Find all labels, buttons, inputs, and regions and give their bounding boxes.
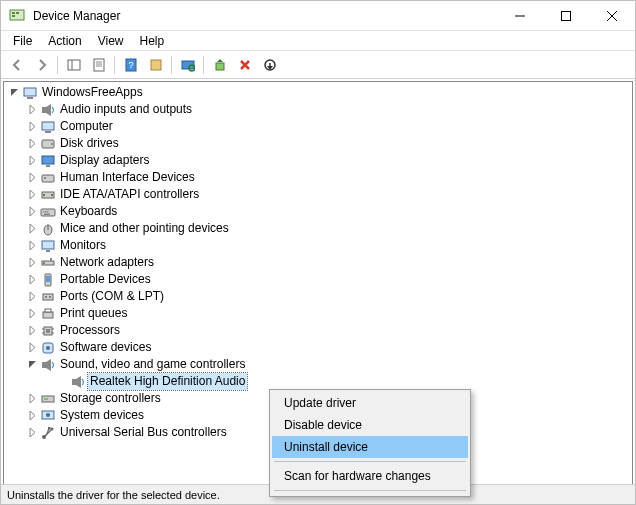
svg-rect-22 (24, 88, 36, 96)
tree-category-label: Audio inputs and outputs (60, 101, 192, 118)
minimize-button[interactable] (497, 1, 543, 30)
expand-icon[interactable] (26, 138, 38, 150)
scan-hardware-button[interactable] (176, 54, 199, 76)
tree-category[interactable]: Portable Devices (4, 271, 632, 288)
svg-point-52 (45, 296, 47, 298)
context-menu-item[interactable]: Disable device (272, 414, 468, 436)
tree-category[interactable]: IDE ATA/ATAPI controllers (4, 186, 632, 203)
ide-icon (40, 187, 56, 203)
tree-category[interactable]: Sound, video and game controllers (4, 356, 632, 373)
tree-category[interactable]: Keyboards (4, 203, 632, 220)
tree-category[interactable]: Computer (4, 118, 632, 135)
svg-rect-66 (72, 379, 76, 385)
toolbar-separator (57, 56, 58, 74)
svg-rect-55 (45, 309, 51, 312)
show-hide-tree-button[interactable] (62, 54, 85, 76)
expand-icon[interactable] (26, 410, 38, 422)
tree-category-label: Monitors (60, 237, 106, 254)
tree-category[interactable]: Ports (COM & LPT) (4, 288, 632, 305)
expand-icon[interactable] (26, 342, 38, 354)
tree-device[interactable]: Realtek High Definition Audio (4, 373, 632, 390)
svg-rect-31 (46, 165, 50, 167)
svg-marker-65 (46, 359, 51, 371)
disk-icon (40, 136, 56, 152)
menu-file[interactable]: File (5, 32, 40, 50)
expand-icon[interactable] (26, 155, 38, 167)
tree-category-label: Network adapters (60, 254, 154, 271)
collapse-icon[interactable] (8, 87, 20, 99)
back-button[interactable] (5, 54, 28, 76)
toolbar-separator (171, 56, 172, 74)
network-icon (40, 255, 56, 271)
menu-view[interactable]: View (90, 32, 132, 50)
tree-category-label: Ports (COM & LPT) (60, 288, 164, 305)
action-button[interactable] (144, 54, 167, 76)
uninstall-button[interactable] (233, 54, 256, 76)
expand-icon[interactable] (26, 257, 38, 269)
expand-icon[interactable] (26, 223, 38, 235)
tree-category[interactable]: Mice and other pointing devices (4, 220, 632, 237)
svg-rect-38 (43, 211, 45, 213)
port-icon (40, 289, 56, 305)
tree-category[interactable]: Software devices (4, 339, 632, 356)
expand-icon[interactable] (26, 393, 38, 405)
tree-category[interactable]: Audio inputs and outputs (4, 101, 632, 118)
maximize-button[interactable] (543, 1, 589, 30)
storage-icon (40, 391, 56, 407)
svg-rect-48 (50, 258, 52, 261)
tree-category[interactable]: Print queues (4, 305, 632, 322)
software-icon (40, 340, 56, 356)
expand-icon[interactable] (26, 308, 38, 320)
svg-point-71 (46, 413, 50, 417)
update-driver-button[interactable] (208, 54, 231, 76)
menu-help[interactable]: Help (132, 32, 173, 50)
context-menu-item[interactable]: Uninstall device (272, 436, 468, 458)
context-menu-item[interactable]: Update driver (272, 392, 468, 414)
expand-icon[interactable] (26, 206, 38, 218)
expand-icon[interactable] (26, 427, 38, 439)
context-menu: Update driverDisable deviceUninstall dev… (269, 389, 471, 497)
svg-rect-69 (44, 398, 48, 400)
properties-button[interactable] (87, 54, 110, 76)
forward-button[interactable] (30, 54, 53, 76)
context-menu-item[interactable]: Scan for hardware changes (272, 465, 468, 487)
status-text: Uninstalls the driver for the selected d… (7, 489, 220, 501)
tree-category[interactable]: Processors (4, 322, 632, 339)
tree-category-label: Processors (60, 322, 120, 339)
svg-rect-44 (42, 241, 54, 249)
hid-icon (40, 170, 56, 186)
tree-category[interactable]: Monitors (4, 237, 632, 254)
expand-icon[interactable] (26, 172, 38, 184)
expand-icon[interactable] (26, 274, 38, 286)
expand-icon[interactable] (26, 240, 38, 252)
disable-button[interactable] (258, 54, 281, 76)
svg-point-29 (51, 143, 53, 145)
tree-root[interactable]: WindowsFreeApps (4, 84, 632, 101)
menu-action[interactable]: Action (40, 32, 89, 50)
expand-icon[interactable] (26, 121, 38, 133)
cpu-icon (40, 323, 56, 339)
tree-category[interactable]: Disk drives (4, 135, 632, 152)
tree-category-label: System devices (60, 407, 144, 424)
svg-rect-40 (47, 211, 49, 213)
expand-icon[interactable] (26, 189, 38, 201)
monitor-icon (40, 238, 56, 254)
speaker-icon (70, 374, 86, 390)
close-button[interactable] (589, 1, 635, 30)
help-button[interactable]: ? (119, 54, 142, 76)
svg-rect-41 (44, 213, 50, 215)
collapse-icon[interactable] (26, 359, 38, 371)
tree-category[interactable]: Human Interface Devices (4, 169, 632, 186)
tree-category[interactable]: Network adapters (4, 254, 632, 271)
toolbar-separator (114, 56, 115, 74)
expand-icon[interactable] (26, 104, 38, 116)
tree-category[interactable]: Display adapters (4, 152, 632, 169)
computer-icon (40, 119, 56, 135)
tree-category-label: Disk drives (60, 135, 119, 152)
printer-icon (40, 306, 56, 322)
svg-rect-19 (216, 63, 224, 70)
tree-category-label: Sound, video and game controllers (60, 356, 245, 373)
tree-category-label: Keyboards (60, 203, 117, 220)
expand-icon[interactable] (26, 325, 38, 337)
expand-icon[interactable] (26, 291, 38, 303)
